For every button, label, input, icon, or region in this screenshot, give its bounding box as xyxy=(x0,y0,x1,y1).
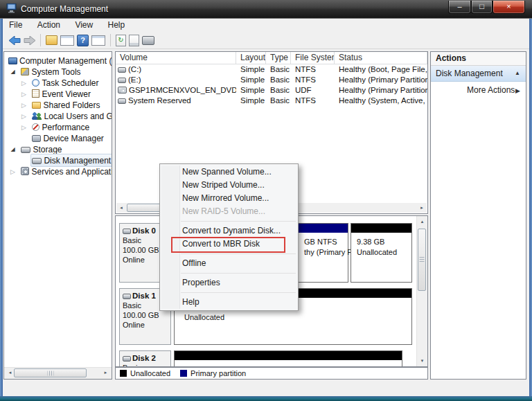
expander-collapsed-icon[interactable]: ▷ xyxy=(20,100,28,111)
volume-row-c[interactable]: (C:) Simple Basic NTFS Healthy (Boot, Pa… xyxy=(116,64,427,75)
menu-item-new-striped-volume[interactable]: New Striped Volume... xyxy=(160,179,298,192)
menu-help[interactable]: Help xyxy=(102,19,132,31)
menu-item-convert-to-dynamic-disk[interactable]: Convert to Dynamic Disk... xyxy=(160,224,298,238)
close-button[interactable]: × xyxy=(493,1,525,14)
scroll-right-icon[interactable]: ► xyxy=(100,368,111,378)
expander-collapsed-icon[interactable]: ▷ xyxy=(20,122,28,133)
window-border-bottom xyxy=(0,396,532,401)
menu-separator xyxy=(181,273,296,274)
menu-view[interactable]: View xyxy=(69,19,99,31)
console-window-icon-2[interactable] xyxy=(91,35,105,46)
primary-partition-legend-swatch xyxy=(180,370,187,377)
local-users-icon xyxy=(32,112,42,120)
column-volume[interactable]: Volume xyxy=(116,52,236,64)
drive-icon xyxy=(118,98,126,104)
performance-icon xyxy=(32,123,39,131)
properties-icon[interactable] xyxy=(129,35,139,46)
menu-item-new-mirrored-volume[interactable]: New Mirrored Volume... xyxy=(160,192,298,205)
system-tools-icon xyxy=(21,68,29,75)
tree-item-performance[interactable]: ▷ Performance xyxy=(4,121,112,132)
console-window-icon[interactable] xyxy=(60,35,74,46)
disk-management-icon xyxy=(32,158,42,164)
app-icon xyxy=(6,3,17,16)
volume-row-system-reserved[interactable]: System Reserved Simple Basic NTFS Health… xyxy=(116,96,427,106)
menu-file[interactable]: File xyxy=(3,19,28,31)
scroll-right-icon[interactable]: ► xyxy=(417,203,427,213)
device-manager-icon xyxy=(32,135,41,142)
disk-icon xyxy=(123,229,131,234)
menu-separator xyxy=(181,292,296,293)
expander-collapsed-icon[interactable]: ▷ xyxy=(9,166,17,177)
disk-vertical-scrollbar[interactable]: ▲ ▼ xyxy=(416,216,427,366)
expander-collapsed-icon[interactable]: ▷ xyxy=(20,111,28,122)
column-layout[interactable]: Layout xyxy=(236,52,266,64)
console-tree-panel: Computer Management (L ◢ System Tools ▷ … xyxy=(3,51,112,380)
expander-collapsed-icon[interactable]: ▷ xyxy=(20,89,28,100)
partition-legend: Unallocated Primary partition xyxy=(115,367,428,380)
unallocated-band xyxy=(351,224,411,233)
menu-item-offline[interactable]: Offline xyxy=(160,257,298,270)
help-icon[interactable]: ? xyxy=(77,35,89,46)
export-list-icon[interactable] xyxy=(46,35,57,45)
expander-expanded-icon[interactable]: ◢ xyxy=(9,144,17,155)
scrollbar-thumb[interactable] xyxy=(14,368,87,377)
actions-pane: Actions Disk Management ▲ More Actions ▶ xyxy=(430,51,526,380)
expander-expanded-icon[interactable]: ◢ xyxy=(9,66,17,78)
event-viewer-icon xyxy=(32,89,39,98)
window-border-right xyxy=(529,19,532,401)
menu-item-help[interactable]: Help xyxy=(160,296,298,309)
tree-item-system-tools[interactable]: ◢ System Tools xyxy=(4,66,112,77)
maximize-button[interactable]: □ xyxy=(471,1,493,14)
highlight-annotation-box xyxy=(171,237,285,253)
title-bar[interactable]: Computer Management – □ × xyxy=(0,0,532,19)
column-status[interactable]: Status xyxy=(335,52,427,64)
menu-separator xyxy=(181,253,296,254)
forward-icon[interactable] xyxy=(24,36,35,45)
scroll-down-icon[interactable]: ▼ xyxy=(417,356,427,366)
volume-row-e[interactable]: (E:) Simple Basic NTFS Healthy (Primary … xyxy=(116,75,427,85)
expander-collapsed-icon[interactable]: ▷ xyxy=(20,78,28,89)
back-icon[interactable] xyxy=(9,36,21,45)
actions-disk-management-group[interactable]: Disk Management ▲ xyxy=(431,66,526,82)
primary-partition-legend-label: Primary partition xyxy=(190,369,246,377)
collapse-icon[interactable]: ▲ xyxy=(515,66,520,81)
scroll-up-icon[interactable]: ▲ xyxy=(417,217,427,226)
tree-item-device-manager[interactable]: Device Manager xyxy=(4,132,112,143)
shared-folders-icon xyxy=(32,102,41,109)
storage-icon xyxy=(21,147,30,153)
menu-action[interactable]: Action xyxy=(31,19,66,31)
menu-separator xyxy=(181,221,296,222)
disk2-label[interactable]: Disk 2 Basic xyxy=(119,350,171,367)
tree-item-storage[interactable]: ◢ Storage xyxy=(4,143,112,154)
disk-icon xyxy=(123,356,131,362)
tree-item-event-viewer[interactable]: ▷ Event Viewer xyxy=(4,88,112,99)
scroll-left-icon[interactable]: ◄ xyxy=(116,203,126,213)
task-scheduler-icon xyxy=(32,79,39,87)
tree-item-local-users-groups[interactable]: ▷ Local Users and Gro xyxy=(4,110,112,121)
volume-row-dvd[interactable]: GSP1RMCENXVOL_EN_DVD (D:) Simple Basic U… xyxy=(116,85,427,96)
drive-icon xyxy=(118,67,126,73)
scrollbar-thumb[interactable] xyxy=(418,229,426,291)
actions-header: Actions xyxy=(431,52,526,66)
refresh-icon[interactable]: ↻ xyxy=(116,35,126,46)
menu-item-new-spanned-volume[interactable]: New Spanned Volume... xyxy=(160,166,298,179)
disk2-partition-unallocated[interactable] xyxy=(174,350,402,367)
menu-item-properties[interactable]: Properties xyxy=(160,276,298,289)
more-actions-item[interactable]: More Actions ▶ xyxy=(431,82,526,98)
tree-horizontal-scrollbar[interactable]: ◄ ► xyxy=(4,367,112,379)
tree-item-task-scheduler[interactable]: ▷ Task Scheduler xyxy=(4,77,112,88)
toolbar-separator xyxy=(110,34,111,46)
tree-item-shared-folders[interactable]: ▷ Shared Folders xyxy=(4,99,112,110)
column-type[interactable]: Type xyxy=(266,52,291,64)
disk-tool-icon[interactable] xyxy=(142,36,154,45)
disk-icon xyxy=(123,294,131,299)
column-file-system[interactable]: File System xyxy=(291,52,335,64)
toolbar-separator xyxy=(40,34,41,46)
tree-item-services-applications[interactable]: ▷ Services and Applicatio xyxy=(4,166,112,177)
menu-bar: File Action View Help xyxy=(3,19,529,32)
minimize-button[interactable]: – xyxy=(448,1,471,14)
tree-item-computer-management[interactable]: Computer Management (L xyxy=(4,55,112,66)
disk0-partition-unallocated[interactable]: 9.38 GB Unallocated xyxy=(351,223,412,283)
tree-item-disk-management[interactable]: Disk Management xyxy=(4,154,112,166)
submenu-arrow-icon: ▶ xyxy=(515,82,520,99)
